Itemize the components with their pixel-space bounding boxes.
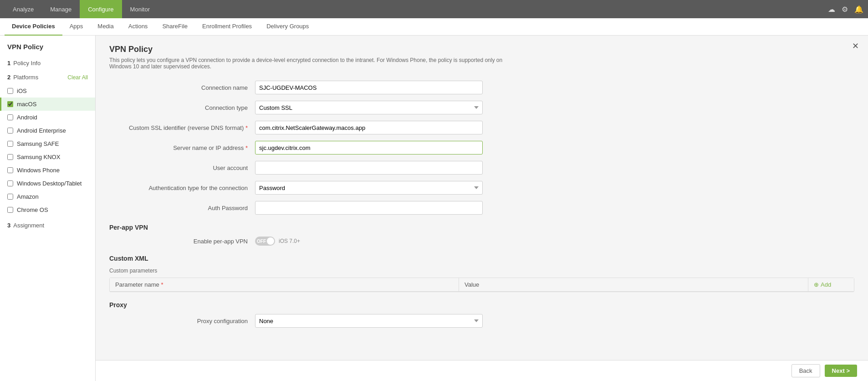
per-app-vpn-toggle[interactable]: OFF	[255, 237, 275, 246]
platform-android-label: Android	[17, 114, 37, 121]
platform-macos-label: macOS	[17, 101, 36, 108]
auth-password-row: Auth Password	[109, 201, 854, 215]
sidebar-step2: 2Platforms Clear All	[0, 70, 95, 84]
enable-per-app-vpn-row: Enable per-app VPN OFF iOS 7.0+	[109, 237, 854, 246]
sidebar-title: VPN Policy	[0, 43, 95, 56]
add-xml-icon: ⊕	[814, 281, 819, 288]
nav-analyze[interactable]: Analyze	[5, 0, 42, 18]
user-account-input[interactable]	[255, 161, 483, 175]
user-account-row: User account	[109, 161, 854, 175]
add-xml-button[interactable]: ⊕ Add	[808, 278, 854, 291]
platform-ios[interactable]: iOS	[0, 84, 95, 98]
next-button[interactable]: Next >	[825, 365, 857, 377]
nav-monitor[interactable]: Monitor	[122, 0, 158, 18]
checkbox-samsung-safe[interactable]	[7, 141, 13, 147]
checkbox-amazon[interactable]	[7, 194, 13, 200]
sub-nav: Device Policies Apps Media Actions Share…	[0, 18, 868, 36]
checkbox-windows-desktop[interactable]	[7, 180, 13, 186]
custom-xml-table: Parameter name * Value ⊕ Add	[109, 278, 854, 292]
step2-label: Platforms	[13, 74, 38, 81]
nav-configure[interactable]: Configure	[80, 0, 122, 18]
sidebar: VPN Policy 1Policy Info 2Platforms Clear…	[0, 36, 96, 381]
back-button[interactable]: Back	[791, 364, 820, 377]
auth-type-row: Authentication type for the connection P…	[109, 181, 854, 195]
connection-type-select[interactable]: Custom SSL L2TP PPTP IPSec IKEv2	[255, 101, 483, 114]
proxy-config-select[interactable]: None Manual Auto	[255, 314, 483, 328]
server-name-input[interactable]	[255, 141, 483, 154]
subnav-media[interactable]: Media	[90, 18, 121, 36]
platform-windows-phone-label: Windows Phone	[17, 167, 60, 174]
checkbox-ios[interactable]	[7, 88, 13, 94]
bell-icon[interactable]: 🔔	[854, 5, 863, 14]
platform-windows-desktop[interactable]: Windows Desktop/Tablet	[0, 177, 95, 190]
custom-xml-subtitle: Custom parameters	[109, 268, 854, 274]
platform-macos[interactable]: macOS	[0, 98, 95, 111]
proxy-config-row: Proxy configuration None Manual Auto	[109, 314, 854, 328]
platform-samsung-knox[interactable]: Samsung KNOX	[0, 150, 95, 164]
custom-ssl-label: Custom SSL identifier (reverse DNS forma…	[109, 124, 255, 131]
toggle-hint: iOS 7.0+	[279, 238, 300, 244]
custom-ssl-input[interactable]	[255, 121, 483, 134]
enable-per-app-vpn-label: Enable per-app VPN	[109, 238, 255, 245]
subnav-device-policies[interactable]: Device Policies	[5, 18, 62, 36]
connection-name-label: Connection name	[109, 84, 255, 91]
close-button[interactable]: ✕	[852, 41, 859, 51]
platform-android[interactable]: Android	[0, 111, 95, 124]
clear-all-button[interactable]: Clear All	[67, 74, 88, 81]
checkbox-android[interactable]	[7, 114, 13, 120]
platform-samsung-safe[interactable]: Samsung SAFE	[0, 137, 95, 150]
platform-samsung-knox-label: Samsung KNOX	[17, 154, 60, 160]
xml-table-header: Parameter name * Value ⊕ Add	[110, 278, 854, 292]
user-account-label: User account	[109, 165, 255, 171]
content-description: This policy lets you configure a VPN con…	[109, 57, 519, 70]
step1-label: Policy Info	[13, 60, 41, 67]
subnav-delivery-groups[interactable]: Delivery Groups	[259, 18, 316, 36]
platform-chrome-os-label: Chrome OS	[17, 206, 48, 213]
connection-name-input[interactable]	[255, 81, 483, 94]
server-name-label: Server name or IP address *	[109, 144, 255, 151]
custom-ssl-row: Custom SSL identifier (reverse DNS forma…	[109, 121, 854, 134]
platform-windows-phone[interactable]: Windows Phone	[0, 164, 95, 177]
toggle-state: OFF	[257, 239, 266, 244]
nav-manage[interactable]: Manage	[42, 0, 80, 18]
footer: Back Next >	[96, 360, 868, 381]
xml-param-header: Parameter name *	[110, 278, 459, 291]
subnav-actions[interactable]: Actions	[121, 18, 155, 36]
custom-xml-header: Custom XML	[109, 255, 854, 262]
auth-password-label: Auth Password	[109, 205, 255, 211]
toggle-switch: OFF iOS 7.0+	[255, 237, 300, 246]
subnav-enrollment[interactable]: Enrollment Profiles	[195, 18, 259, 36]
proxy-config-label: Proxy configuration	[109, 318, 255, 324]
step3-label: Assignment	[13, 222, 44, 229]
platform-chrome-os[interactable]: Chrome OS	[0, 203, 95, 216]
toggle-knob	[267, 237, 274, 245]
sidebar-step1: 1Policy Info	[0, 56, 95, 70]
platform-ios-label: iOS	[17, 88, 27, 94]
platform-amazon[interactable]: Amazon	[0, 190, 95, 203]
connection-type-label: Connection type	[109, 104, 255, 111]
checkbox-macos[interactable]	[7, 101, 13, 107]
connection-type-row: Connection type Custom SSL L2TP PPTP IPS…	[109, 101, 854, 114]
cloud-icon[interactable]: ☁	[828, 5, 835, 14]
content-title: VPN Policy	[109, 45, 854, 54]
auth-type-select[interactable]: Password Certificate RSA SecurID CryptoC…	[255, 181, 483, 195]
auth-password-input[interactable]	[255, 201, 483, 215]
checkbox-android-enterprise[interactable]	[7, 128, 13, 134]
main-layout: VPN Policy 1Policy Info 2Platforms Clear…	[0, 36, 868, 381]
checkbox-chrome-os[interactable]	[7, 207, 13, 213]
proxy-header: Proxy	[109, 301, 854, 309]
platform-amazon-label: Amazon	[17, 193, 39, 200]
xml-value-header: Value	[459, 278, 808, 291]
content-area: ✕ VPN Policy This policy lets you config…	[96, 36, 868, 381]
subnav-apps[interactable]: Apps	[62, 18, 91, 36]
platform-samsung-safe-label: Samsung SAFE	[17, 140, 59, 147]
top-nav: Analyze Manage Configure Monitor ☁ ⚙ 🔔	[0, 0, 868, 18]
server-name-row: Server name or IP address *	[109, 141, 854, 154]
subnav-sharefile[interactable]: ShareFile	[155, 18, 195, 36]
platform-android-enterprise[interactable]: Android Enterprise	[0, 124, 95, 137]
gear-icon[interactable]: ⚙	[842, 5, 848, 14]
checkbox-windows-phone[interactable]	[7, 167, 13, 173]
platform-windows-desktop-label: Windows Desktop/Tablet	[17, 180, 82, 187]
top-nav-icons: ☁ ⚙ 🔔	[828, 5, 863, 14]
checkbox-samsung-knox[interactable]	[7, 154, 13, 160]
